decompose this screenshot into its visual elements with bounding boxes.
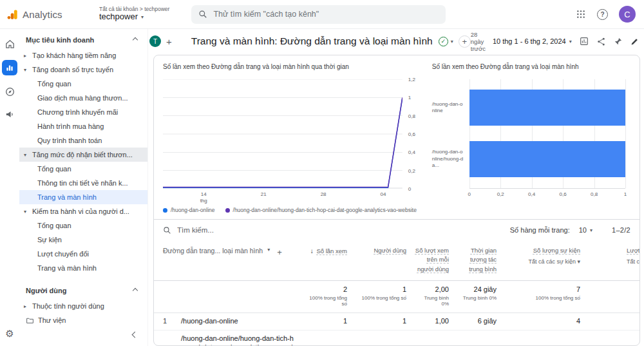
- rows-per-page-label: Số hàng mỗi trang:: [510, 226, 570, 234]
- chart-legend: /huong-dan-online /huong-dan-online/huon…: [154, 200, 639, 219]
- date-range-selector[interactable]: 10 thg 1 - 6 thg 2, 2024 ▾: [493, 37, 572, 45]
- row-index: 2: [154, 331, 176, 346]
- nav-item-brand-insights[interactable]: Thông tin chi tiết về nhãn k...: [19, 176, 147, 190]
- global-search[interactable]: [191, 5, 446, 24]
- column-header-dimension[interactable]: Đường dẫn trang... loại màn hình ▾ +: [154, 240, 302, 281]
- nav-item-pages-screens[interactable]: Trang và màn hình: [19, 261, 147, 275]
- chevron-up-icon: [133, 37, 138, 43]
- customize-report-icon[interactable]: [579, 36, 589, 46]
- home-icon[interactable]: [3, 37, 16, 50]
- analytics-logo-icon: [6, 8, 19, 21]
- nav-item-overview[interactable]: Tổng quan: [19, 162, 147, 176]
- nav-item-user-attributes[interactable]: ▸ Thuộc tính người dùng: [19, 299, 147, 313]
- expand-icon: ▸: [24, 53, 32, 59]
- share-icon[interactable]: [596, 37, 606, 46]
- rows-per-page-select[interactable]: 10 ▾: [579, 226, 592, 234]
- column-header-event-count[interactable]: Số lượng sự kiện Tất cả các sự kiện ▾: [502, 240, 585, 281]
- bar-row: /huong-dan-online/huong-da...: [432, 141, 625, 177]
- users-cell: 1: [352, 331, 412, 346]
- views-per-user-cell: 1,00: [412, 331, 454, 346]
- nav-item-purchase-journey[interactable]: Hành trình mua hàng: [19, 119, 147, 133]
- chevron-up-icon: [133, 288, 138, 293]
- bar-label: /huong-dan-online: [432, 101, 469, 115]
- folder-icon: [26, 316, 34, 325]
- nav-group-online-sales[interactable]: ▾ Tăng doanh số trực tuyến: [19, 62, 147, 77]
- column-header-users[interactable]: Người dùng: [352, 240, 412, 281]
- total-views-per-user: 2,00Trung bình 0%: [412, 281, 454, 313]
- total-users: 1100% trong tổng số: [352, 281, 412, 313]
- table-search-input[interactable]: [177, 226, 293, 234]
- nav-item-pages-screens-selected[interactable]: Trang và màn hình: [19, 190, 147, 204]
- edit-pencil-icon[interactable]: [630, 37, 639, 46]
- column-header-views[interactable]: ↓ Số lần xem: [302, 240, 352, 281]
- nav-section-business-goals[interactable]: Mục tiêu kinh doanh: [19, 31, 147, 48]
- help-icon[interactable]: ?: [597, 9, 608, 20]
- apps-grid-icon[interactable]: [576, 9, 586, 19]
- event-filter-select[interactable]: Tất cả các sự kiện ▾: [504, 258, 580, 267]
- global-search-input[interactable]: [213, 10, 439, 19]
- line-series-2: [163, 97, 402, 187]
- total-views: 2100% trong tổng số: [302, 281, 352, 313]
- collapse-icon: ▾: [24, 67, 32, 73]
- nav-item-conversions[interactable]: Lượt chuyển đổi: [19, 247, 147, 261]
- admin-gear-icon[interactable]: ⚙: [5, 328, 14, 340]
- pin-icon[interactable]: [613, 37, 623, 46]
- comparison-chip-all-users[interactable]: T: [149, 35, 161, 47]
- nav-item-checkout-journey[interactable]: Quy trình thanh toán: [19, 133, 147, 148]
- check-badge-icon[interactable]: ✓: [439, 37, 448, 46]
- sort-descending-icon: ↓: [310, 247, 314, 255]
- event-count-cell: 3: [502, 331, 585, 346]
- line-series-1: [163, 98, 402, 187]
- line-chart-y-axis: 1,2 1 0,8 0,6 0,4 0,2 0: [402, 79, 422, 189]
- nav-item-promotions[interactable]: Chương trình khuyến mãi: [19, 105, 147, 119]
- nav-item-ecommerce-purchases[interactable]: Giao dịch mua hàng thươn...: [19, 91, 147, 105]
- explore-icon[interactable]: [3, 85, 16, 98]
- nav-group-user-behavior[interactable]: ▾ Kiểm tra hành vi của người d...: [19, 204, 147, 218]
- advertising-icon[interactable]: [3, 108, 16, 120]
- add-comparison-button[interactable]: +: [459, 35, 471, 48]
- nav-item-events[interactable]: Sự kiện: [19, 233, 147, 247]
- page-path-cell: /huong-dan-online/huong-dan-tich-hop-cai…: [176, 331, 302, 346]
- nav-item-overview[interactable]: Tổng quan: [19, 77, 147, 91]
- nav-group-brand-awareness[interactable]: ▾ Tăng mức độ nhận biết thươn...: [19, 148, 147, 162]
- total-engagement-time: 24 giâyTrung bình 0%: [454, 281, 502, 313]
- main-content: T + Trang và màn hình: Đường dẫn trang v…: [148, 29, 644, 346]
- views-cell: 1: [302, 313, 352, 331]
- analytics-logo[interactable]: Analytics: [6, 8, 82, 21]
- column-header-views-per-user[interactable]: Số lượt xem trên mỗi người dùng: [412, 240, 454, 281]
- engagement-cell: 18 giây: [454, 331, 502, 346]
- column-header-engagement-time[interactable]: Thời gian tương tác trung bình: [454, 240, 502, 281]
- account-switcher[interactable]: Tất cả tài khoản > techpower techpower ▾: [99, 6, 169, 23]
- collapse-nav-button[interactable]: [133, 331, 137, 338]
- add-dimension-icon[interactable]: +: [277, 246, 282, 259]
- views-cell: 1: [302, 331, 352, 346]
- legend-dot: [163, 208, 167, 213]
- nav-item-lead-generation[interactable]: ▸ Tạo khách hàng tiềm năng: [19, 48, 147, 62]
- legend-dot: [225, 208, 230, 213]
- nav-section-users[interactable]: Người dùng: [19, 282, 147, 299]
- bar-label: /huong-dan-online/huong-da...: [432, 149, 469, 169]
- collapse-icon: ▾: [24, 209, 32, 215]
- charts-row: Số lần xem theo Đường dẫn trang và loại …: [154, 55, 639, 200]
- conversion-filter-select[interactable]: Tất cả các...: [627, 258, 640, 267]
- user-avatar[interactable]: C: [619, 6, 636, 23]
- nav-item-library[interactable]: Thư viện: [19, 313, 147, 327]
- search-icon: [163, 226, 171, 235]
- report-card: Số lần xem theo Đường dẫn trang và loại …: [153, 55, 640, 346]
- line-chart-plot: [163, 79, 402, 189]
- bar-chart-plot: /huong-dan-online /huong-dan-online/huon…: [432, 79, 630, 189]
- reports-icon[interactable]: [2, 60, 17, 75]
- pagination-range: 1–2/2: [612, 226, 630, 234]
- chevron-down-icon: ▾: [590, 227, 592, 233]
- nav-item-overview[interactable]: Tổng quan: [19, 218, 147, 233]
- report-nav: Mục tiêu kinh doanh ▸ Tạo khách hàng tiề…: [19, 29, 148, 346]
- chevron-down-icon[interactable]: ▾: [267, 246, 270, 254]
- expand-icon: ▸: [24, 303, 32, 309]
- column-header-conversions[interactable]: Lượt chuyển đổi Tất cả các...: [585, 240, 640, 281]
- legend-item: /huong-dan-online/huong-dan-tich-hop-cai…: [225, 207, 417, 213]
- chevron-down-icon[interactable]: ▾: [451, 39, 453, 44]
- add-comparison-icon[interactable]: +: [166, 36, 172, 47]
- bar-chart-x-axis: 0 0,2 0,4 0,6 0,8 1: [469, 189, 625, 199]
- search-icon: [198, 10, 207, 19]
- topbar-actions: ? C: [576, 6, 644, 23]
